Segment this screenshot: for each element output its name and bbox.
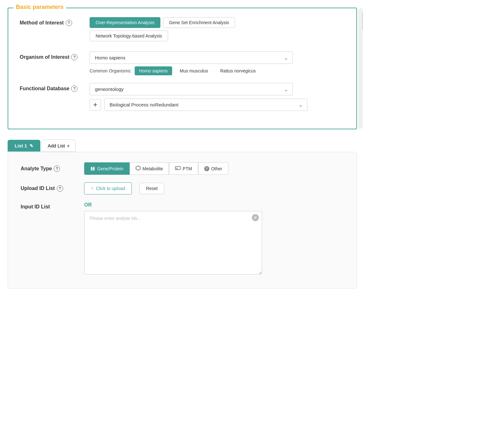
upload-arrow-icon: ↑ xyxy=(91,186,93,191)
list-content-box: Analyte Type ? Gene/Protein xyxy=(8,152,357,288)
method-btn-ntba[interactable]: Network Topology-based Analysis xyxy=(90,31,168,41)
input-id-list-row: Input ID List OR ✕ xyxy=(21,202,344,275)
click-to-upload-button[interactable]: ↑ Click to upload xyxy=(84,182,132,194)
analyte-btn-ptm-label: PTM xyxy=(183,166,192,171)
analyte-type-buttons: Gene/Protein Metabolite xyxy=(84,162,228,175)
basic-params-section: Basic parameters Method of Interest ? Ov… xyxy=(8,8,357,129)
list-tab-1[interactable]: List 1 ✎ xyxy=(8,140,40,152)
functional-db-label-text: Functional Database xyxy=(20,86,69,92)
method-of-interest-row: Method of Interest ? Over-Representation… xyxy=(20,17,345,44)
functional-db-sub-selected-value: Biological Process noRedundant xyxy=(110,102,178,107)
metabolite-icon xyxy=(136,166,141,172)
analyte-btn-gene[interactable]: Gene/Protein xyxy=(84,162,130,175)
organism-btn-mus[interactable]: Mus musculus xyxy=(175,66,212,75)
input-id-label: Input ID List xyxy=(21,202,84,210)
common-organisms-label: Common Organisms: xyxy=(90,68,131,73)
input-id-content: OR ✕ xyxy=(84,202,262,275)
method-btn-ora[interactable]: Over-Representation Analysis xyxy=(90,17,160,28)
analyte-type-help-icon[interactable]: ? xyxy=(54,166,60,172)
scrollbar-thumb[interactable] xyxy=(360,11,363,31)
upload-button-label: Click to upload xyxy=(96,186,125,191)
method-help-icon[interactable]: ? xyxy=(66,20,72,26)
method-buttons-row2: Network Topology-based Analysis xyxy=(90,31,345,41)
organism-content: Homo sapiens ⌄ Common Organisms: Homo sa… xyxy=(90,51,345,75)
functional-db-dropdown-wrapper: geneontology ⌄ xyxy=(90,83,293,95)
reset-button[interactable]: Reset xyxy=(139,183,165,194)
functional-db-content: geneontology ⌄ + Biological Process noRe… xyxy=(90,83,345,111)
analyte-ids-textarea[interactable] xyxy=(84,211,262,275)
upload-id-list-row: Upload ID List ? ↑ Click to upload Reset xyxy=(21,182,344,194)
analyte-type-label-text: Analyte Type xyxy=(21,166,52,172)
method-btn-gsea[interactable]: Gene Set Enrichment Analysis xyxy=(163,17,235,28)
method-label-text: Method of Interest xyxy=(20,20,64,26)
method-label: Method of Interest ? xyxy=(20,17,90,26)
method-content: Over-Representation Analysis Gene Set En… xyxy=(90,17,345,44)
functional-db-selected-value: geneontology xyxy=(95,86,124,92)
upload-id-help-icon[interactable]: ? xyxy=(57,185,63,192)
list1-label: List 1 xyxy=(15,143,27,148)
upload-id-label-text: Upload ID List xyxy=(21,186,55,191)
svg-text:P: P xyxy=(176,167,178,170)
analyte-btn-other-label: Other xyxy=(211,166,222,171)
functional-db-help-icon[interactable]: ? xyxy=(71,85,77,92)
analyte-type-row: Analyte Type ? Gene/Protein xyxy=(21,162,344,175)
functional-db-arrow-icon: ⌄ xyxy=(284,86,288,93)
organism-dropdown-wrapper: Homo sapiens ⌄ xyxy=(90,51,293,64)
textarea-wrapper: ✕ xyxy=(84,211,262,275)
analyte-btn-metabolite[interactable]: Metabolite xyxy=(130,162,169,175)
analyte-btn-other[interactable]: ? Other xyxy=(198,162,228,175)
common-organisms-row: Common Organisms: Homo sapiens Mus muscu… xyxy=(90,66,345,75)
other-icon: ? xyxy=(204,166,209,171)
list1-edit-icon[interactable]: ✎ xyxy=(30,143,33,148)
upload-id-controls: ↑ Click to upload Reset xyxy=(84,182,164,194)
add-list-label: Add List xyxy=(48,143,65,148)
section-title: Basic parameters xyxy=(13,4,66,10)
organism-help-icon[interactable]: ? xyxy=(71,54,77,60)
add-db-button[interactable]: + xyxy=(90,99,101,111)
functional-db-row: Functional Database ? geneontology ⌄ + B… xyxy=(20,83,345,111)
scrollbar-track[interactable] xyxy=(360,8,363,129)
organism-label-text: Organism of Interest xyxy=(20,54,69,60)
list-tabs: List 1 ✎ Add List + xyxy=(8,139,357,152)
organism-dropdown-arrow-icon: ⌄ xyxy=(284,54,288,61)
organism-selected-value: Homo sapiens xyxy=(95,55,125,60)
organism-label: Organism of Interest ? xyxy=(20,51,90,60)
functional-db-sub-row: + Biological Process noRedundant ⌄ xyxy=(90,98,345,111)
analyte-btn-metabolite-label: Metabolite xyxy=(143,166,163,171)
analyte-btn-ptm[interactable]: P PTM xyxy=(169,162,198,175)
input-id-label-text: Input ID List xyxy=(21,204,50,209)
svg-marker-3 xyxy=(136,166,140,170)
functional-db-sub-arrow-icon: ⌄ xyxy=(298,101,303,108)
functional-db-sub-dropdown[interactable]: Biological Process noRedundant ⌄ xyxy=(104,98,307,111)
list-tabs-section: List 1 ✎ Add List + Analyte Type ? xyxy=(8,139,357,288)
organism-btn-homo[interactable]: Homo sapiens xyxy=(135,66,172,75)
ptm-icon: P xyxy=(175,166,181,172)
method-buttons-row1: Over-Representation Analysis Gene Set En… xyxy=(90,17,345,28)
add-list-icon: + xyxy=(67,143,70,148)
gene-icon xyxy=(90,166,95,171)
analyte-type-label: Analyte Type ? xyxy=(21,166,84,172)
or-text: OR xyxy=(84,202,262,208)
organism-dropdown[interactable]: Homo sapiens ⌄ xyxy=(90,51,293,64)
functional-db-dropdown[interactable]: geneontology ⌄ xyxy=(90,83,293,95)
functional-db-sub-dropdown-wrapper: Biological Process noRedundant ⌄ xyxy=(104,98,307,111)
organism-row: Organism of Interest ? Homo sapiens ⌄ Co… xyxy=(20,51,345,75)
functional-db-label: Functional Database ? xyxy=(20,83,90,92)
add-list-button[interactable]: Add List + xyxy=(42,139,76,152)
analyte-btn-gene-label: Gene/Protein xyxy=(97,166,124,171)
organism-btn-rattus[interactable]: Rattus norvegicus xyxy=(216,66,260,75)
upload-id-label: Upload ID List ? xyxy=(21,185,84,192)
clear-textarea-button[interactable]: ✕ xyxy=(252,214,259,221)
